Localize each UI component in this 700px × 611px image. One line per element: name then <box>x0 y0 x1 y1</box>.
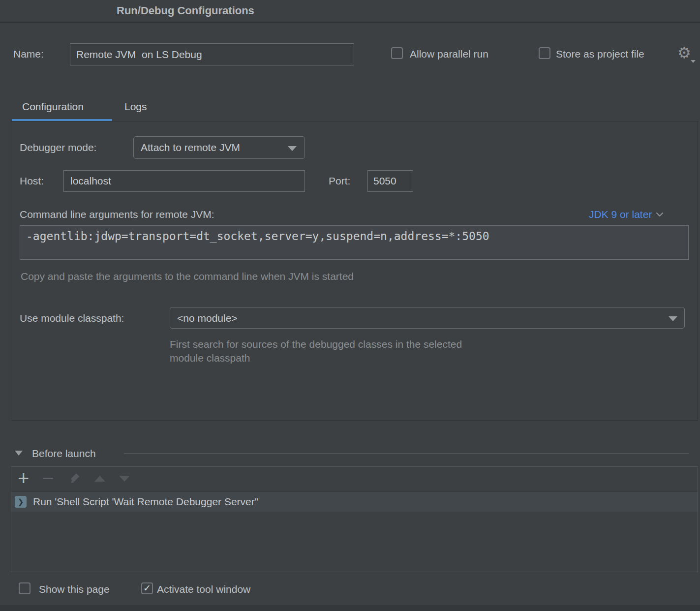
debugger-mode-label: Debugger mode: <box>20 141 96 154</box>
chevron-down-icon <box>656 212 663 217</box>
port-input-value: 5050 <box>373 171 396 191</box>
module-classpath-value: <no module> <box>177 307 238 329</box>
tab-configuration[interactable]: Configuration <box>22 99 84 114</box>
shell-script-run-icon: ❯ <box>15 496 27 508</box>
run-debug-configurations-dialog: Run/Debug Configurations Name: Remote JV… <box>0 0 700 611</box>
name-input-value: Remote JVM on LS Debug <box>76 44 202 65</box>
dialog-bottom-edge <box>0 606 700 611</box>
cmdline-arguments-label: Command line arguments for remote JVM: <box>20 208 214 221</box>
store-as-project-file-checkbox[interactable] <box>539 47 550 59</box>
host-input[interactable]: localhost <box>63 170 305 192</box>
add-task-button[interactable]: + <box>18 466 29 490</box>
allow-parallel-run-label: Allow parallel run <box>410 48 488 61</box>
module-classpath-hint-line2: module classpath <box>170 351 250 365</box>
cmdline-hint-text: Copy and paste the arguments to the comm… <box>21 270 354 283</box>
chevron-down-icon <box>288 146 297 151</box>
allow-parallel-run-checkbox[interactable] <box>391 47 403 59</box>
store-as-project-file-label: Store as project file <box>556 48 644 61</box>
activate-tool-window-checkbox[interactable]: ✓ <box>141 582 153 594</box>
cmdline-arguments-value: -agentlib:jdwp=transport=dt_socket,serve… <box>26 230 489 243</box>
module-classpath-hint-line1: First search for sources of the debugged… <box>170 337 462 351</box>
module-classpath-combobox[interactable]: <no module> <box>170 307 685 329</box>
toolbar-separator <box>11 491 698 491</box>
before-launch-separator <box>124 453 689 454</box>
port-input[interactable]: 5050 <box>367 170 413 192</box>
host-input-value: localhost <box>70 171 111 191</box>
edit-task-button[interactable] <box>69 471 83 485</box>
activate-tool-window-label: Activate tool window <box>157 583 250 596</box>
move-down-button[interactable] <box>119 476 130 482</box>
before-launch-list-panel <box>11 466 698 572</box>
title-bar: Run/Debug Configurations <box>0 0 700 23</box>
checkbox-checkmark-icon: ✓ <box>142 583 152 593</box>
tab-logs[interactable]: Logs <box>124 99 147 114</box>
gear-dropdown-caret-icon <box>691 60 696 63</box>
port-label: Port: <box>329 175 350 187</box>
dialog-title: Run/Debug Configurations <box>117 0 254 22</box>
name-label: Name: <box>13 48 44 61</box>
before-launch-title: Before launch <box>32 447 96 460</box>
pencil-icon <box>71 473 80 483</box>
debugger-mode-select[interactable]: Attach to remote JVM <box>133 136 305 159</box>
task-label: Run 'Shell Script 'Wait Remote Debugger … <box>33 495 259 508</box>
jdk-version-selector[interactable]: JDK 9 or later <box>589 208 663 221</box>
cmdline-arguments-textarea[interactable]: -agentlib:jdwp=transport=dt_socket,serve… <box>20 225 689 260</box>
move-up-button[interactable] <box>94 476 105 482</box>
chevron-down-icon <box>669 316 677 321</box>
use-module-classpath-label: Use module classpath: <box>20 312 124 325</box>
run-chevron-glyph: ❯ <box>18 497 24 506</box>
debugger-mode-value: Attach to remote JVM <box>141 137 240 158</box>
before-launch-expander-icon[interactable] <box>15 451 23 456</box>
name-input[interactable]: Remote JVM on LS Debug <box>70 43 354 65</box>
remove-task-button[interactable]: − <box>42 466 54 490</box>
host-label: Host: <box>20 175 44 187</box>
show-this-page-checkbox[interactable] <box>19 582 30 594</box>
show-this-page-label: Show this page <box>39 583 110 596</box>
jdk-version-value: JDK 9 or later <box>589 208 652 221</box>
gear-icon[interactable]: ⚙ <box>677 45 691 61</box>
before-launch-task-row[interactable]: ❯ Run 'Shell Script 'Wait Remote Debugge… <box>11 492 698 512</box>
